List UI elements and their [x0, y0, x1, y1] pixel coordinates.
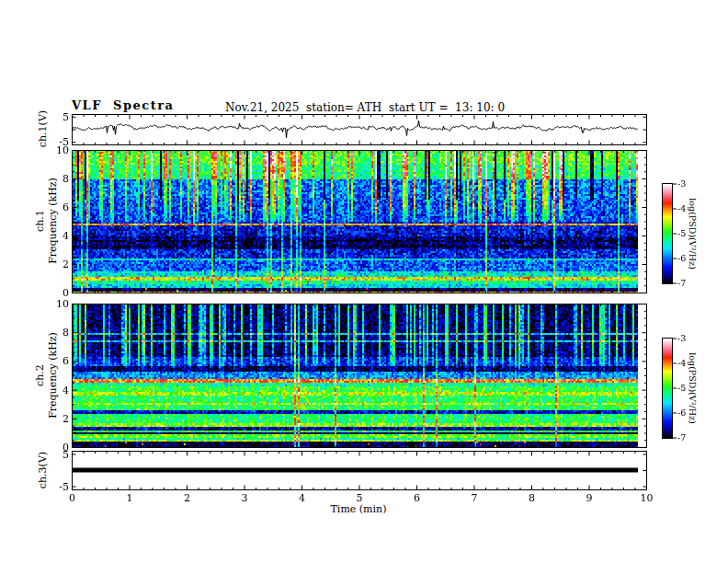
ch2-spectrogram-canvas [72, 304, 646, 447]
freq-tick-label-ch1: 8 [43, 174, 69, 184]
x-tick-label: 5 [347, 493, 371, 503]
x-tick-label: 3 [233, 493, 256, 503]
colorbar2-label: log(PSD)(V²/Hz) [688, 352, 698, 423]
freq-tick-label-ch2: 8 [43, 327, 69, 338]
date-label: Nov.21, 2025 [225, 101, 299, 114]
ch1-freq-axis-label: ch.1 Frequency (kHz) [34, 178, 60, 264]
freq-tick-label-ch2: 2 [43, 414, 69, 424]
station-label: station= ATH [306, 101, 381, 114]
x-tick-label: 7 [462, 493, 486, 503]
freq-tick-label-ch1: 2 [43, 259, 69, 270]
colorbar-tick-label: -3 [677, 179, 686, 189]
x-tick-label: 4 [290, 493, 314, 503]
colorbar1-label: log(PSD)(V²/Hz) [688, 198, 698, 269]
volt-tick-label: -5 [43, 137, 69, 147]
freq-tick-label-ch1: 4 [43, 231, 69, 241]
freq-tick-label-ch1: 6 [43, 202, 69, 213]
figure-title: VLF Spectra [72, 98, 174, 112]
freq-tick-label-ch1: 0 [43, 288, 69, 298]
ch1-waveform-canvas [72, 114, 646, 144]
colorbar-tick-label: -4 [677, 204, 686, 213]
volt-tick-label: 5 [43, 112, 69, 122]
freq-tick-label-ch2: 6 [43, 356, 69, 366]
colorbar-tick-label: -5 [677, 229, 686, 238]
ch2-freq-units: Frequency (kHz) [47, 332, 59, 419]
colorbar-tick-label: -5 [677, 384, 686, 393]
colorbar-tick-label: -7 [677, 433, 686, 442]
x-tick-label: 1 [118, 493, 142, 503]
x-tick-label: 8 [520, 493, 544, 503]
start-ut-label: start UT = 13: 10: 0 [389, 101, 505, 114]
colorbar-tick-label: -6 [677, 408, 686, 418]
colorbar-tick-label: -3 [677, 334, 686, 343]
x-tick-label: 6 [405, 493, 429, 503]
time-axis-label: Time (min) [294, 503, 423, 515]
freq-tick-label-ch2: 10 [43, 299, 69, 309]
x-tick-label: 10 [635, 493, 659, 503]
x-tick-label: 9 [577, 493, 601, 503]
colorbar-ch1 [663, 184, 672, 283]
volt-tick-label: 5 [43, 450, 69, 460]
x-tick-label: 2 [176, 493, 199, 503]
volt-tick-label: -5 [43, 482, 69, 492]
colorbar-tick-label: -7 [677, 279, 686, 288]
freq-tick-label-ch2: 4 [43, 385, 69, 396]
ch2-freq-axis-label: ch.2 Frequency (kHz) [34, 332, 60, 419]
ch3-waveform-canvas [72, 451, 646, 489]
ch1-label: ch.1 [34, 210, 46, 232]
colorbar-tick-label: -6 [677, 254, 686, 263]
ch1-freq-units: Frequency (kHz) [47, 178, 59, 264]
ch1-spectrogram-canvas [72, 150, 646, 293]
vlf-spectra-figure: VLF Spectra Nov.21, 2025 station= ATH st… [0, 0, 728, 563]
x-tick-label: 0 [61, 493, 85, 503]
colorbar-ch2 [663, 339, 672, 438]
ch2-label: ch.2 [34, 364, 46, 386]
colorbar-tick-label: -4 [677, 359, 686, 368]
